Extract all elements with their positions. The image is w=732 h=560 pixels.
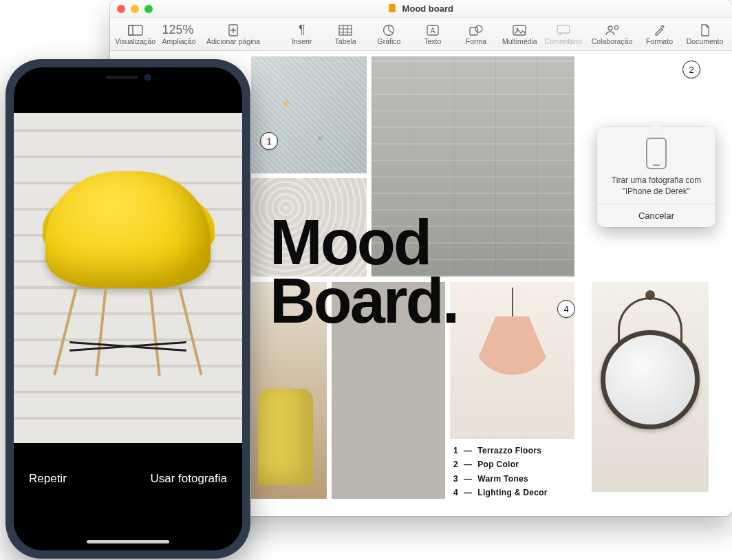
document-button[interactable]: Documento: [682, 19, 728, 50]
add-page-button[interactable]: Adicionar página: [202, 19, 266, 50]
collab-label: Colaboração: [592, 37, 633, 45]
speaker-icon: [106, 76, 138, 79]
media-icon: [512, 23, 527, 37]
chart-button[interactable]: Gráfico: [368, 19, 410, 50]
moodboard-title[interactable]: Mood Board.: [270, 213, 458, 330]
callout-4: 4: [557, 300, 575, 318]
legend-row: 3—Warm Tones: [450, 472, 548, 486]
legend-row: 4—Lighting & Decor: [450, 486, 548, 499]
svg-point-12: [608, 26, 612, 30]
text-icon: A: [425, 23, 440, 37]
mirror-strap: [618, 297, 682, 345]
tile-lamp[interactable]: [450, 282, 574, 439]
collab-button[interactable]: Colaboração: [587, 19, 636, 50]
camera-preview: [14, 113, 242, 443]
iphone-device: Repetir Usar fotografia: [6, 59, 250, 559]
svg-point-10: [517, 28, 519, 30]
home-indicator[interactable]: [87, 540, 169, 543]
legend[interactable]: 1—Terrazzo Floors 2—Pop Color 3—Warm Ton…: [450, 444, 548, 500]
shape-button[interactable]: Forma: [455, 19, 497, 50]
document-icon: [698, 23, 713, 37]
shape-icon: [469, 23, 484, 37]
chart-icon: [381, 23, 396, 37]
continuity-cancel-button[interactable]: Cancelar: [597, 204, 715, 227]
iphone-screen: Repetir Usar fotografia: [14, 67, 242, 550]
svg-point-8: [475, 25, 482, 32]
continuity-camera-popover: Tirar uma fotografia com "iPhone de Dere…: [597, 127, 715, 227]
insert-button[interactable]: ¶ Inserir: [281, 19, 323, 50]
svg-rect-3: [339, 25, 352, 35]
titlebar: Mood board: [110, 0, 732, 18]
view-label: Visualização: [115, 37, 155, 45]
toolbar: Visualização 125% Ampliação Adicionar pá…: [110, 18, 732, 51]
collab-icon: [605, 23, 620, 37]
zoom-value-label: 125%: [171, 23, 186, 37]
format-label: Formato: [646, 37, 673, 45]
insert-label: Inserir: [292, 37, 312, 45]
callout-2: 2: [682, 61, 700, 78]
text-btn-label: Texto: [424, 37, 441, 45]
window-title-text: Mood board: [402, 3, 453, 14]
media-label: Multimédia: [502, 37, 537, 45]
pilcrow-icon: ¶: [294, 23, 310, 37]
table-icon: [338, 23, 353, 37]
use-photo-button[interactable]: Usar fotografia: [151, 472, 228, 486]
comment-icon: [556, 23, 571, 37]
format-button[interactable]: Formato: [638, 19, 680, 50]
window-title: Mood board: [110, 3, 732, 14]
document-label: Documento: [687, 37, 724, 45]
continuity-message: Tirar uma fotografia com "iPhone de Dere…: [604, 175, 709, 197]
legend-row: 2—Pop Color: [450, 457, 548, 471]
svg-point-13: [614, 25, 618, 29]
add-page-label: Adicionar página: [206, 37, 260, 45]
table-button[interactable]: Tabela: [324, 19, 366, 50]
chart-label: Gráfico: [377, 37, 400, 45]
legend-row: 1—Terrazzo Floors: [450, 444, 548, 457]
document-icon: [389, 4, 396, 12]
camera-action-bar: Repetir Usar fotografia: [14, 443, 242, 550]
zoom-button[interactable]: 125% Ampliação: [158, 19, 200, 50]
view-icon: [128, 23, 143, 37]
svg-rect-1: [129, 25, 133, 35]
view-button[interactable]: Visualização: [114, 19, 156, 50]
notch: [76, 67, 180, 87]
callout-1: 1: [260, 132, 278, 150]
retake-button[interactable]: Repetir: [29, 472, 67, 486]
svg-rect-11: [557, 25, 570, 33]
comment-button[interactable]: Comentário: [542, 19, 584, 50]
shape-label: Forma: [466, 37, 486, 45]
comment-label: Comentário: [545, 37, 582, 45]
svg-rect-0: [129, 25, 142, 35]
add-page-icon: [226, 23, 241, 37]
tile-terrazzo[interactable]: [251, 56, 367, 173]
svg-text:A: A: [430, 27, 435, 34]
zoom-label: Ampliação: [162, 37, 195, 45]
table-label: Tabela: [335, 37, 356, 45]
format-icon: [652, 23, 667, 37]
tile-mirror[interactable]: [592, 282, 709, 492]
media-button[interactable]: Multimédia: [499, 19, 541, 50]
chair-photo: [45, 171, 211, 371]
text-button[interactable]: A Texto: [411, 19, 453, 50]
front-camera-icon: [144, 74, 151, 80]
iphone-outline-icon: [646, 138, 667, 169]
